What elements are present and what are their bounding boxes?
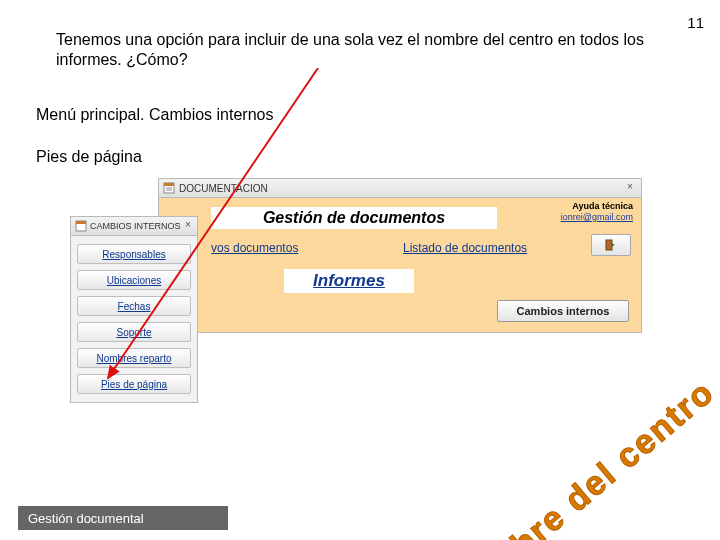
documentacion-window: DOCUMENTACION × Ayuda técnica ionrei@gma… (158, 178, 642, 333)
main-title: Gestión de documentos (263, 209, 445, 227)
close-icon[interactable]: × (182, 219, 194, 231)
link-nuevos-documentos[interactable]: vos documentos (211, 241, 298, 255)
documentacion-title: DOCUMENTACION (179, 183, 268, 194)
heading-pies-de-pagina: Pies de página (36, 148, 142, 166)
cambios-internos-button[interactable]: Cambios internos (497, 300, 629, 322)
link-informes[interactable]: Informes (313, 271, 385, 291)
page-number: 11 (687, 14, 704, 31)
form-icon (163, 182, 175, 194)
cambios-internos-window: CAMBIOS INTERNOS × Responsables Ubicacio… (70, 216, 198, 403)
ci-item-fechas[interactable]: Fechas (77, 296, 191, 316)
help-email[interactable]: ionrei@gmail.com (561, 212, 633, 223)
cambios-internos-title: CAMBIOS INTERNOS (90, 221, 181, 231)
cambios-internos-titlebar: CAMBIOS INTERNOS × (71, 217, 197, 236)
heading-menu-principal: Menú principal. Cambios internos (36, 106, 273, 124)
ci-item-ubicaciones[interactable]: Ubicaciones (77, 270, 191, 290)
exit-button[interactable] (591, 234, 631, 256)
form-icon (75, 220, 87, 232)
help-title: Ayuda técnica (561, 201, 633, 212)
door-icon (604, 239, 616, 251)
main-title-box: Gestión de documentos (211, 207, 497, 229)
svg-rect-1 (164, 183, 174, 186)
footer-text: Gestión documental (28, 511, 144, 526)
documentacion-titlebar: DOCUMENTACION × (159, 179, 641, 198)
intro-text: Tenemos una opción para incluir de una s… (56, 30, 646, 70)
footer-bar: Gestión documental (18, 506, 228, 530)
cambios-internos-body: Responsables Ubicaciones Fechas Soporte … (71, 236, 197, 402)
link-listado-documentos[interactable]: Listado de documentos (403, 241, 527, 255)
ci-item-pies-de-pagina[interactable]: Pies de página (77, 374, 191, 394)
informes-box: Informes (284, 269, 414, 293)
ci-item-nombres-reparto[interactable]: Nombres reparto (77, 348, 191, 368)
svg-rect-6 (76, 221, 86, 224)
ci-item-responsables[interactable]: Responsables (77, 244, 191, 264)
close-icon[interactable]: × (623, 181, 637, 193)
help-block: Ayuda técnica ionrei@gmail.com (561, 201, 633, 223)
watermark-nombre-del-centro: Nombre del centro (440, 372, 720, 540)
ci-item-soporte[interactable]: Soporte (77, 322, 191, 342)
